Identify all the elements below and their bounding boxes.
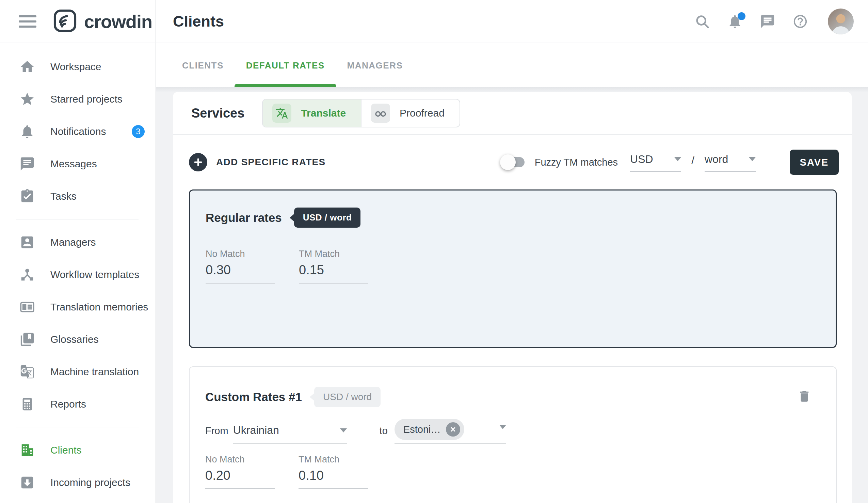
target-language-chip-label: Estoni…	[403, 424, 441, 435]
sidebar-item-translation-memories[interactable]: Translation memories	[0, 291, 155, 323]
fuzzy-tm-toggle[interactable]	[503, 157, 525, 167]
field-label: No Match	[205, 454, 275, 465]
header-icons	[694, 9, 854, 34]
chevron-down-icon	[674, 157, 681, 161]
sidebar-item-label: Incoming projects	[50, 477, 130, 488]
chevron-down-icon	[749, 157, 756, 161]
add-specific-rates-button[interactable]: ADD SPECIFIC RATES	[189, 153, 326, 171]
regular-rates-unit-badge: USD / word	[294, 208, 361, 228]
regular-rates-title: Regular rates	[206, 211, 282, 224]
notifications-bell-icon[interactable]	[727, 14, 743, 29]
close-icon	[450, 426, 456, 433]
remove-language-button[interactable]	[446, 422, 460, 436]
target-language-chip: Estoni…	[394, 419, 465, 440]
search-icon[interactable]	[694, 14, 710, 29]
custom-rates-title: Custom Rates #1	[205, 390, 302, 404]
sidebar-item-workflow-templates[interactable]: Workflow templates	[0, 258, 155, 291]
sidebar: crowdin Workspace Starred projects Notif…	[0, 0, 156, 503]
service-segmented-control: Translate Proofread	[262, 99, 460, 128]
unit-select[interactable]: word	[705, 153, 756, 172]
glossaries-icon	[19, 332, 35, 347]
sidebar-item-reports[interactable]: Reports	[0, 388, 155, 420]
clients-icon	[19, 442, 35, 458]
sidebar-item-label: Notifications	[50, 126, 106, 137]
currency-select[interactable]: USD	[630, 153, 681, 172]
sidebar-item-machine-translation[interactable]: Machine translation	[0, 355, 155, 388]
user-avatar[interactable]	[828, 9, 854, 34]
from-label: From	[205, 425, 228, 444]
tab-bar: CLIENTS DEFAULT RATES MANAGERS	[156, 44, 868, 87]
to-label: to	[380, 425, 388, 444]
actions-row: ADD SPECIFIC RATES Fuzzy TM matches USD …	[173, 135, 852, 190]
translate-icon	[272, 103, 291, 123]
tm-match-input[interactable]: 0.10	[299, 468, 368, 489]
main-area: CLIENTS DEFAULT RATES MANAGERS Services …	[156, 44, 868, 503]
crowdin-logo-icon	[52, 8, 78, 35]
sidebar-item-label: Workflow templates	[50, 269, 139, 281]
custom-rates-unit-badge: USD / word	[314, 387, 381, 407]
sidebar-item-workspace[interactable]: Workspace	[0, 50, 155, 83]
delete-custom-rates-button[interactable]	[797, 389, 812, 405]
no-match-input[interactable]: 0.30	[206, 263, 275, 283]
save-button[interactable]: SAVE	[790, 150, 839, 175]
tab-clients[interactable]: CLIENTS	[182, 44, 224, 87]
sidebar-item-label: Glossaries	[50, 334, 99, 345]
services-row: Services Translate Proofread	[173, 92, 852, 135]
services-title: Services	[191, 106, 245, 121]
reports-icon	[19, 396, 35, 412]
currency-value: USD	[630, 153, 653, 165]
sidebar-item-notifications[interactable]: Notifications 3	[0, 115, 155, 148]
incoming-projects-icon	[19, 475, 35, 490]
home-icon	[19, 59, 35, 74]
notifications-count-badge: 3	[132, 125, 145, 138]
hamburger-menu-icon[interactable]	[19, 15, 37, 28]
rate-settings-controls: Fuzzy TM matches USD / word SAVE	[503, 150, 839, 175]
custom-rates-card: Custom Rates #1 USD / word From Ukrainia…	[189, 366, 837, 503]
sidebar-item-glossaries[interactable]: Glossaries	[0, 323, 155, 355]
target-language-select[interactable]: Estoni…	[394, 419, 506, 444]
tm-match-input[interactable]: 0.15	[299, 263, 368, 283]
add-specific-rates-label: ADD SPECIFIC RATES	[216, 157, 326, 168]
tasks-icon	[19, 189, 35, 204]
content-area: Services Translate Proofread	[156, 87, 868, 503]
regular-rates-fields: No Match 0.30 TM Match 0.15	[206, 249, 820, 283]
source-language-select[interactable]: Ukrainian	[233, 424, 347, 444]
sidebar-item-starred-projects[interactable]: Starred projects	[0, 83, 155, 115]
toggle-knob	[500, 154, 516, 170]
segment-translate[interactable]: Translate	[263, 100, 362, 127]
sidebar-divider	[16, 219, 138, 220]
sidebar-nav: Workspace Starred projects Notifications…	[0, 43, 155, 499]
regular-rates-card: Regular rates USD / word No Match 0.30 T…	[189, 190, 837, 348]
tab-default-rates[interactable]: DEFAULT RATES	[246, 44, 325, 87]
message-icon	[19, 156, 35, 172]
top-header: Clients	[156, 0, 868, 43]
field-label: TM Match	[299, 454, 368, 465]
segment-label: Translate	[301, 107, 346, 119]
sidebar-item-label: Managers	[50, 237, 96, 248]
proofread-glasses-icon	[371, 103, 390, 123]
tm-match-field: TM Match 0.15	[299, 249, 368, 283]
chevron-down-icon	[340, 429, 347, 432]
language-pair-row: From Ukrainian to Estoni…	[205, 419, 820, 444]
no-match-input[interactable]: 0.20	[205, 468, 275, 489]
sidebar-item-label: Machine translation	[50, 366, 139, 378]
messages-icon[interactable]	[760, 14, 775, 29]
sidebar-item-clients[interactable]: Clients	[0, 434, 155, 466]
unit-value: word	[705, 153, 728, 165]
segment-proofread[interactable]: Proofread	[362, 100, 459, 127]
sidebar-item-managers[interactable]: Managers	[0, 226, 155, 258]
sidebar-item-messages[interactable]: Messages	[0, 148, 155, 180]
default-rates-panel: Services Translate Proofread	[173, 92, 852, 503]
crowdin-logo[interactable]: crowdin	[52, 8, 152, 35]
workflow-icon	[19, 267, 35, 282]
sidebar-item-incoming-projects[interactable]: Incoming projects	[0, 466, 155, 499]
trash-icon	[797, 389, 812, 403]
regular-rates-header: Regular rates USD / word	[206, 208, 820, 228]
custom-rates-header: Custom Rates #1 USD / word	[205, 387, 820, 407]
tab-managers[interactable]: MANAGERS	[347, 44, 403, 87]
help-icon[interactable]	[793, 14, 808, 29]
star-icon	[19, 91, 35, 107]
field-label: No Match	[206, 249, 275, 259]
sidebar-item-tasks[interactable]: Tasks	[0, 180, 155, 212]
per-separator: /	[691, 154, 694, 170]
